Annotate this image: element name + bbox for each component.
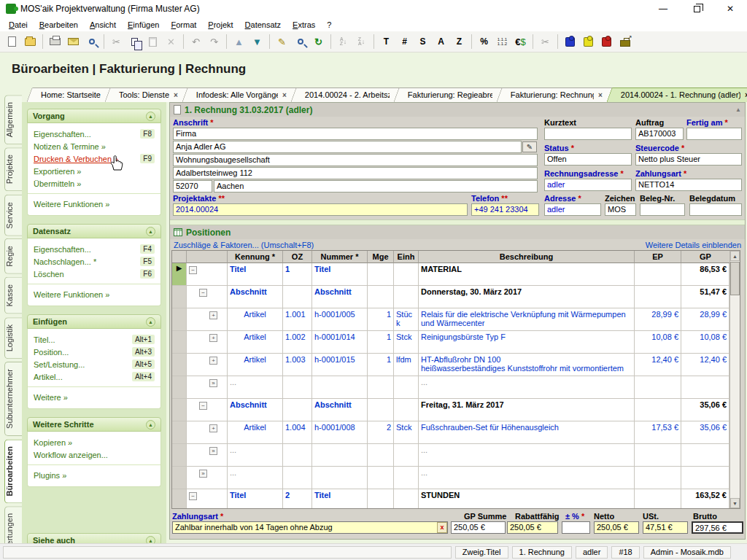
nav-notizen-termine[interactable]: Notizen & Termine »: [34, 140, 155, 152]
zeit-mode-button[interactable]: Z: [451, 34, 468, 50]
col-nummer[interactable]: Nummer *: [312, 251, 368, 263]
table-row-titel-2[interactable]: − Titel 2 Titel STUNDEN 163,52 €: [172, 489, 740, 508]
tab-fakturierung-rechnungen[interactable]: Fakturierung: Rechnungen×: [499, 88, 614, 102]
col-beschreibung[interactable]: Beschreibung: [419, 251, 635, 263]
nav-nachschlagen[interactable]: Nachschlagen... *F5: [34, 255, 155, 268]
menu-projekt[interactable]: Projekt: [202, 19, 239, 31]
nav-titel-einfuegen[interactable]: Titel...Alt+1: [34, 333, 155, 346]
scrollbar-thumb[interactable]: [730, 262, 740, 295]
zuschlaege-faktoren-link[interactable]: Zuschläge & Faktoren... (Umschalt+F8): [174, 241, 314, 249]
menu-extras[interactable]: Extras: [287, 19, 321, 31]
zahlungsart-text-field[interactable]: Zahlbar innerhalb von 14 Tagen ohne Abzu…: [172, 521, 448, 534]
tree-expand-icon[interactable]: +: [209, 311, 217, 319]
tree-expand-icon[interactable]: +: [209, 357, 217, 365]
col-mge[interactable]: Mge: [368, 251, 394, 263]
open-button[interactable]: [22, 34, 39, 50]
tree-collapse-icon[interactable]: −: [199, 402, 207, 410]
anschrift-strasse-field[interactable]: Adalbertsteinweg 112: [173, 167, 538, 179]
tree-more-icon[interactable]: »: [199, 470, 207, 478]
artikel-mode-button[interactable]: A: [433, 34, 449, 50]
collapse-arrow-icon[interactable]: ▲: [146, 112, 155, 121]
anschrift-zusatz-field[interactable]: Wohnungsbaugesellschaft: [173, 154, 538, 166]
clear-zahlungsart-icon[interactable]: x: [437, 522, 447, 533]
menu-bearbeiten[interactable]: Bearbeiten: [34, 19, 84, 31]
auftrag-field[interactable]: AB170003: [635, 128, 684, 140]
sidetab-service[interactable]: Service: [4, 195, 22, 236]
sidetab-bueroarbeiten[interactable]: Büroarbeiten: [4, 439, 22, 503]
table-row-artikel-1002[interactable]: + Artikel 1.002 h-0001/014 1 Stck Reinig…: [172, 331, 740, 354]
menu-ansicht[interactable]: Ansicht: [84, 19, 122, 31]
steuercode-field[interactable]: Netto plus Steuer: [635, 153, 742, 166]
move-up-button[interactable]: ▲: [231, 34, 247, 50]
nav-weitere-einfuegen[interactable]: Weitere »: [34, 391, 155, 403]
tab-infodesk-alle-vorgaenge[interactable]: Infodesk: Alle Vorgänge×: [185, 88, 298, 102]
row-selector[interactable]: [172, 376, 187, 398]
close-button[interactable]: ✕: [713, 0, 747, 18]
scroll-up-icon[interactable]: ▲: [730, 251, 740, 261]
weitere-details-link[interactable]: Weitere Details einblenden: [646, 241, 741, 249]
row-selector[interactable]: ▶: [172, 263, 187, 285]
row-selector[interactable]: [172, 308, 187, 330]
table-row-artikel-1004[interactable]: + Artikel 1.004 h-0001/008 2 Stck Fußsch…: [172, 421, 740, 444]
minimize-button[interactable]: —: [646, 0, 680, 18]
row-selector[interactable]: [172, 399, 187, 421]
nav-workflow-anzeigen[interactable]: Workflow anzeigen...: [34, 448, 155, 461]
currency-button[interactable]: €$: [512, 34, 529, 50]
table-row-artikel-1003[interactable]: + Artikel 1.003 h-0001/015 1 lfdm HT-Abf…: [172, 354, 740, 376]
status-field[interactable]: Offen: [544, 153, 632, 166]
sidetab-logistik[interactable]: Logistik: [4, 317, 22, 359]
table-row-more[interactable]: » ... ...: [172, 467, 740, 489]
col-ep[interactable]: EP: [635, 251, 681, 263]
edit-button[interactable]: ✎: [274, 34, 290, 50]
nav-position-einfuegen[interactable]: Position...Alt+3: [34, 346, 155, 358]
tab-home-startseite[interactable]: Home: Startseite: [29, 88, 112, 102]
copy-button[interactable]: [126, 34, 143, 50]
set-mode-button[interactable]: S: [414, 34, 431, 50]
print-preview-button[interactable]: [83, 34, 100, 50]
nav-weitere-funktionen-vorgang[interactable]: Weitere Funktionen »: [34, 198, 155, 210]
nav-artikel-einfuegen[interactable]: Artikel...Alt+4: [34, 370, 155, 383]
close-tab-icon[interactable]: ×: [282, 91, 287, 99]
tab-tools-dienste[interactable]: Tools: Dienste×: [107, 88, 190, 102]
table-row-more[interactable]: » ... ...: [172, 376, 740, 399]
telefon-field[interactable]: +49 241 23304: [471, 203, 539, 216]
tree-collapse-icon[interactable]: −: [199, 289, 207, 297]
col-oz[interactable]: OZ: [283, 251, 312, 263]
nav-weitere-funktionen-datensatz[interactable]: Weitere Funktionen »: [34, 288, 155, 300]
tree-expand-icon[interactable]: +: [209, 334, 217, 342]
plz-field[interactable]: 52070: [173, 180, 212, 192]
tab-regieabrechnung[interactable]: Fakturierung: Regieabrechnu: [396, 88, 504, 102]
nav-exportieren[interactable]: Exportieren »: [34, 165, 155, 177]
menu-einfuegen[interactable]: Einfügen: [122, 19, 165, 31]
table-row-abschnitt-2[interactable]: − Abschnitt Abschnitt Freitag, 31. März …: [172, 399, 740, 421]
anschrift-name-field[interactable]: Anja Adler AG: [173, 141, 522, 153]
table-row-titel-1[interactable]: ▶ − Titel 1 Titel MATERIAL 86,53 €: [172, 263, 740, 286]
rabatt-prozent-field[interactable]: [562, 521, 590, 534]
tree-more-icon[interactable]: »: [209, 379, 217, 387]
row-selector[interactable]: [172, 421, 187, 443]
row-selector[interactable]: [172, 467, 187, 489]
rechnungsadresse-field[interactable]: adler: [544, 179, 632, 191]
move-down-button[interactable]: ▼: [249, 34, 266, 50]
find-button[interactable]: [292, 34, 309, 50]
nav-drucken-verbuchen[interactable]: Drucken & Verbuchen »F9: [34, 152, 155, 165]
plugin-blue-button[interactable]: [562, 34, 578, 50]
adresse-field[interactable]: adler: [544, 203, 601, 216]
new-document-button[interactable]: [4, 34, 20, 50]
collapse-arrow-icon[interactable]: ▲: [146, 420, 155, 429]
menu-datei[interactable]: Datei: [3, 19, 34, 31]
menu-format[interactable]: Format: [165, 19, 202, 31]
nav-eigenschaften-vorgang[interactable]: Eigenschaften...F8: [34, 128, 155, 140]
address-picker-button[interactable]: ✎: [522, 141, 537, 152]
anschrift-firma-field[interactable]: Firma: [173, 128, 538, 140]
numbering-button[interactable]: 1.1.1 1.1.2: [494, 34, 511, 50]
row-selector[interactable]: [172, 286, 187, 308]
beleg-nr-field[interactable]: [640, 203, 685, 216]
sidetab-subunternehmer[interactable]: Subunternehmer: [4, 362, 22, 436]
close-tab-icon[interactable]: ×: [174, 91, 178, 99]
send-button[interactable]: [65, 34, 82, 50]
col-kennung[interactable]: Kennung *: [228, 251, 283, 263]
tree-collapse-icon[interactable]: −: [189, 266, 197, 274]
tree-collapse-icon[interactable]: −: [189, 492, 197, 500]
close-tab-icon[interactable]: ×: [598, 91, 603, 99]
